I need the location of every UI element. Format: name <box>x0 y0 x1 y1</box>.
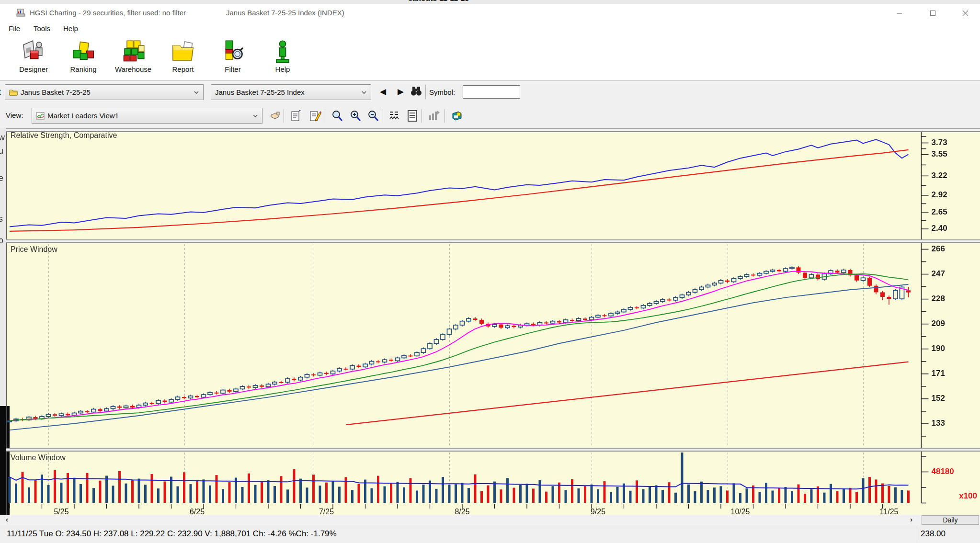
separator <box>284 109 284 123</box>
warehouse-label: Warehouse <box>115 65 151 73</box>
ranking-icon <box>71 39 96 64</box>
navigation-bar: Janus Basket 7-25-25 Janus Basket 7-25-2… <box>0 80 980 104</box>
rs-panel-title: Relative Strength, Comparative <box>11 131 117 140</box>
chevron-down-icon <box>194 90 199 94</box>
designer-label: Designer <box>19 65 48 73</box>
magnifier-icon <box>331 110 343 122</box>
help-icon <box>270 39 295 64</box>
binoculars-search-icon[interactable] <box>410 86 422 97</box>
ranking-label: Ranking <box>70 65 96 73</box>
separator <box>383 109 383 123</box>
designer-button[interactable]: Designer <box>9 39 58 73</box>
basket-combo[interactable]: Janus Basket 7-25-25 <box>5 84 204 100</box>
menu-file[interactable]: File <box>9 24 20 33</box>
close-button[interactable] <box>950 4 980 22</box>
indicator-settings-icon <box>388 110 401 122</box>
zoom-in-icon <box>349 110 362 122</box>
warehouse-button[interactable]: Warehouse <box>108 39 158 73</box>
chart-scrollbar: ‹ › Daily <box>0 515 980 525</box>
warehouse-icon <box>121 39 146 64</box>
designer-icon <box>21 39 46 64</box>
view-toolbar: View: Market Leaders View1 <box>0 103 980 128</box>
window-title: HGSI Charting - 29 securities, filter us… <box>30 9 186 17</box>
quote-status-text: 11/11/25 Tue O: 234.50 H: 237.08 L: 229.… <box>7 529 337 539</box>
main-toolbar: Designer Ranking Warehouse <box>0 37 980 80</box>
chevron-down-icon <box>361 90 367 94</box>
mini-chart-icon <box>36 112 45 120</box>
ranking-button[interactable]: Ranking <box>58 39 108 73</box>
scroll-left-arrow[interactable]: ‹ <box>6 515 8 523</box>
previous-security-button[interactable]: ◀ <box>380 87 386 97</box>
help-button[interactable]: Help <box>258 39 308 73</box>
background-window-letter: e <box>0 173 5 183</box>
properties-page-icon <box>290 110 302 122</box>
separator <box>444 109 445 123</box>
security-combo-value: Janus Basket 7-25-25 Index <box>215 88 361 96</box>
menu-bar: File Tools Help <box>0 22 980 37</box>
print-button[interactable] <box>449 109 465 123</box>
view-label: View: <box>6 111 23 119</box>
edit-view-button[interactable] <box>308 109 323 123</box>
report-icon <box>171 39 195 64</box>
background-window-letter: u <box>0 146 5 156</box>
view-combo-value: Market Leaders View1 <box>47 112 252 120</box>
last-price-value: 238.00 <box>921 529 946 539</box>
folder-icon <box>9 89 18 96</box>
data-table-button[interactable] <box>405 109 420 123</box>
maximize-icon <box>930 10 936 16</box>
status-bar: 11/11/25 Tue O: 234.50 H: 237.08 L: 229.… <box>0 525 980 543</box>
menu-tools[interactable]: Tools <box>34 24 50 33</box>
volume-panel-title: Volume Window <box>11 453 66 462</box>
minimize-button[interactable] <box>884 4 914 22</box>
filter-icon <box>220 39 245 64</box>
background-window-letter: w <box>0 133 5 143</box>
zoom-out-button[interactable] <box>365 109 381 123</box>
menu-help[interactable]: Help <box>63 24 78 33</box>
title-bar: HGSI Charting - 29 securities, filter us… <box>0 4 980 22</box>
symbol-label: Symbol: <box>429 88 455 96</box>
zoom-reset-button[interactable] <box>330 109 345 123</box>
chevron-down-icon <box>252 114 258 118</box>
next-security-button[interactable]: ▶ <box>398 87 404 97</box>
close-icon <box>962 10 969 16</box>
print-icon <box>451 110 463 122</box>
report-button[interactable]: Report <box>158 39 208 73</box>
security-combo[interactable]: Janus Basket 7-25-25 Index <box>211 84 371 100</box>
chart-gallery-button[interactable] <box>426 109 442 123</box>
maximize-button[interactable] <box>918 4 947 22</box>
edit-pencil-page-icon <box>309 110 321 122</box>
help-label: Help <box>275 65 290 73</box>
view-properties-button[interactable] <box>288 109 304 123</box>
basket-combo-value: Janus Basket 7-25-25 <box>21 88 194 96</box>
filter-button[interactable]: Filter <box>208 39 258 73</box>
app-window: eakouts 11-11-25 HGSI Charting - 29 secu… <box>0 0 980 543</box>
price-panel-title: Price Window <box>11 245 57 254</box>
indicator-settings-button[interactable] <box>387 109 402 123</box>
annotate-hand-button[interactable] <box>267 109 283 123</box>
pointing-hand-icon <box>269 110 281 122</box>
minimize-icon <box>896 10 902 16</box>
app-icon <box>16 8 26 17</box>
separator <box>325 109 325 123</box>
filter-label: Filter <box>225 65 240 73</box>
separator <box>916 526 916 543</box>
zoom-in-button[interactable] <box>348 109 363 123</box>
background-window-letter: t <box>0 87 5 97</box>
report-label: Report <box>172 65 194 73</box>
data-table-icon <box>407 110 418 122</box>
zoom-out-icon <box>367 110 379 122</box>
view-combo[interactable]: Market Leaders View1 <box>32 108 262 124</box>
symbol-input[interactable] <box>463 85 520 99</box>
document-title: Janus Basket 7-25-25 Index (INDEX) <box>226 9 344 17</box>
period-daily-button[interactable]: Daily <box>922 515 979 525</box>
background-window-title: eakouts 11-11-25 <box>408 0 469 3</box>
separator <box>425 85 426 99</box>
separator <box>422 109 422 123</box>
chart-region: Relative Strength, Comparative Price Win… <box>0 128 980 515</box>
chart-canvas[interactable] <box>0 128 980 515</box>
chart-disabled-icon <box>428 110 440 122</box>
background-window-letter: o <box>0 236 5 246</box>
background-window-letter: s <box>0 214 5 224</box>
scroll-right-arrow[interactable]: › <box>910 515 912 523</box>
